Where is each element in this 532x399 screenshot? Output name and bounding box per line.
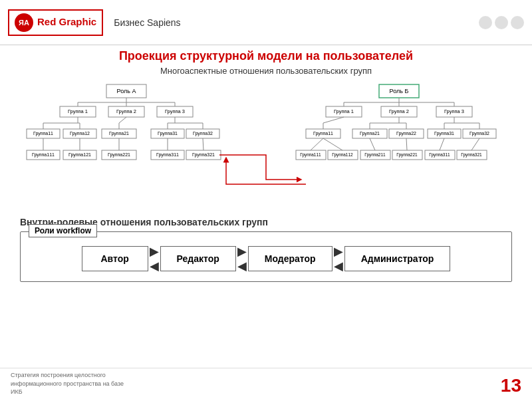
svg-line-95: [440, 138, 444, 150]
section1-label: Многоаспектные отношения пользовательски…: [20, 66, 512, 76]
svg-text:Группа 3: Группа 3: [165, 108, 185, 114]
svg-text:Группа221: Группа221: [108, 152, 130, 158]
svg-text:Группа32: Группа32: [193, 131, 213, 136]
svg-line-63: [323, 117, 344, 123]
arrow-left-icon-2: ◀: [237, 259, 247, 273]
workflow-item-editor: Редактор: [160, 246, 236, 271]
svg-text:Группа 1: Группа 1: [68, 108, 88, 114]
svg-text:Группа121: Группа121: [68, 152, 91, 158]
footer-line1: Стратегия построения целостного: [11, 371, 124, 380]
workflow-item-moderator: Модератор: [248, 246, 332, 271]
workflow-items: Автор ▶ ◀ Редактор ▶ ◀ Модератор ▶ ◀ Адм…: [29, 244, 503, 273]
svg-text:Группа31: Группа31: [158, 131, 178, 136]
arrow-right-icon-2: ▶: [237, 244, 247, 259]
svg-text:Группа 3: Группа 3: [444, 108, 464, 114]
header-icons: [479, 16, 524, 29]
footer-line3: ИКБ: [11, 388, 124, 396]
workflow-container: Роли workflow Автор ▶ ◀ Редактор ▶ ◀ Мод…: [20, 231, 512, 282]
svg-text:Группа221: Группа221: [396, 152, 418, 158]
logo-text: Red Graphic: [37, 17, 96, 28]
svg-line-47: [203, 138, 203, 150]
svg-text:Группа12: Группа12: [70, 131, 90, 136]
org-chart-svg: Роль А Группа 1 Группа 2 Группа 3 Группа…: [20, 81, 512, 214]
workflow-title: Роли workflow: [29, 224, 97, 237]
svg-text:Группа32: Группа32: [469, 131, 489, 136]
svg-text:Группа112: Группа112: [332, 152, 353, 158]
arrow-left-icon-3: ◀: [334, 259, 343, 273]
svg-text:Группа11: Группа11: [313, 131, 333, 136]
main-content: Проекция структурной модели на пользоват…: [0, 45, 532, 282]
workflow-arrow-3: ▶ ◀: [332, 244, 344, 273]
arrow-left-icon: ◀: [150, 259, 159, 273]
svg-text:Группа 2: Группа 2: [389, 108, 409, 114]
header-subtitle: Бизнес Sapiens: [114, 17, 180, 28]
svg-text:Группа211: Группа211: [364, 152, 386, 158]
svg-text:Группа31: Группа31: [434, 131, 454, 136]
svg-line-86: [323, 138, 342, 150]
svg-line-23: [119, 117, 126, 123]
svg-line-98: [471, 138, 479, 150]
workflow-arrow-2: ▶ ◀: [236, 244, 248, 273]
svg-text:Роль А: Роль А: [117, 88, 136, 94]
logo-box: ЯА Red Graphic: [8, 9, 103, 36]
svg-text:Группа111: Группа111: [300, 152, 321, 158]
svg-line-89: [370, 138, 375, 150]
svg-line-92: [406, 138, 407, 150]
svg-text:Группа 1: Группа 1: [334, 108, 354, 114]
svg-line-83: [311, 138, 323, 150]
svg-text:Группа111: Группа111: [32, 152, 55, 158]
svg-text:Группа321: Группа321: [461, 152, 482, 158]
footer-line2: информационного пространства на базе: [11, 380, 124, 388]
footer-text: Стратегия построения целостного информац…: [11, 371, 124, 396]
workflow-arrow-1: ▶ ◀: [148, 244, 160, 273]
page-title: Проекция структурной модели на пользоват…: [20, 49, 512, 63]
arrow-right-icon: ▶: [150, 244, 159, 259]
arrow-right-icon-3: ▶: [334, 244, 343, 259]
org-chart: Роль А Группа 1 Группа 2 Группа 3 Группа…: [20, 81, 512, 214]
svg-text:Группа21: Группа21: [360, 131, 380, 136]
workflow-item-admin: Администратор: [344, 246, 451, 271]
svg-text:Группа22: Группа22: [396, 131, 416, 136]
footer-page-number: 13: [501, 375, 521, 396]
svg-text:Группа21: Группа21: [109, 131, 129, 136]
svg-text:Группа 2: Группа 2: [116, 108, 136, 114]
svg-text:Группа321: Группа321: [192, 152, 215, 158]
svg-text:Роль Б: Роль Б: [390, 88, 409, 94]
logo-icon: ЯА: [15, 13, 33, 32]
svg-text:Группа311: Группа311: [156, 152, 179, 158]
svg-text:Группа311: Группа311: [429, 152, 450, 158]
workflow-item-author: Автор: [82, 246, 148, 271]
header: ЯА Red Graphic Бизнес Sapiens: [0, 0, 532, 45]
svg-text:Группа11: Группа11: [33, 131, 53, 136]
footer: Стратегия построения целостного информац…: [0, 368, 532, 399]
